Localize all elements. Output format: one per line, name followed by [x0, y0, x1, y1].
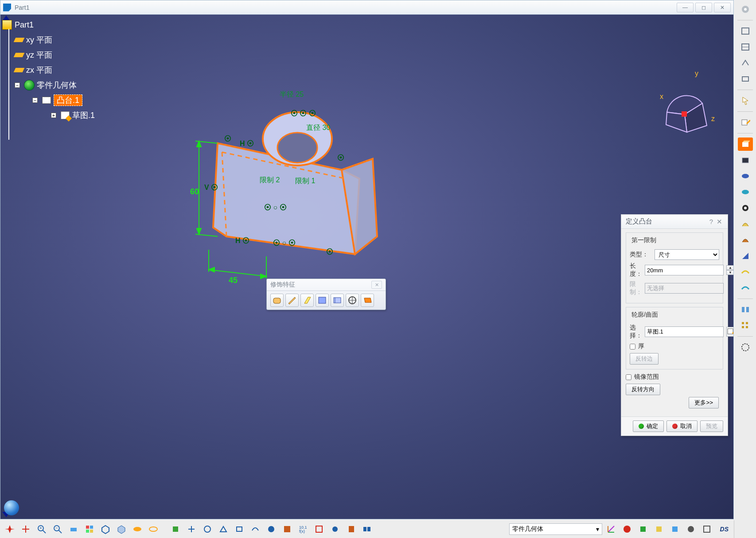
- tree-sketch[interactable]: + 草图.1: [51, 108, 95, 123]
- body-combo[interactable]: 零件几何体 ▾: [509, 523, 602, 535]
- pad-dialog: 定义凸台 ? ✕ 第一限制 类型： 尺寸 长度：: [621, 214, 728, 436]
- dialog-help-button[interactable]: ?: [707, 218, 715, 225]
- tree-expander-icon[interactable]: −: [32, 98, 38, 103]
- tree-plane-yz[interactable]: yz 平面: [15, 47, 95, 63]
- removeface-button[interactable]: [361, 294, 374, 307]
- close-button[interactable]: ✕: [714, 3, 731, 12]
- stiffener-tool-icon[interactable]: [738, 249, 753, 263]
- slot-tool-icon[interactable]: [738, 233, 753, 247]
- tool-icon[interactable]: [184, 522, 199, 536]
- minimize-button[interactable]: —: [677, 3, 694, 12]
- svg-marker-14: [261, 274, 266, 279]
- fit-all-icon[interactable]: [738, 341, 753, 354]
- tool-icon[interactable]: [264, 522, 278, 536]
- tree-pad[interactable]: − 凸台.1: [32, 93, 95, 108]
- tree-expander-icon[interactable]: +: [51, 113, 56, 118]
- tool-icon[interactable]: [652, 522, 666, 536]
- iso-view-icon[interactable]: [98, 522, 113, 536]
- dialog-close-button[interactable]: ✕: [715, 218, 723, 226]
- shell-button[interactable]: [316, 294, 329, 307]
- tree-partbody[interactable]: − 零件几何体: [15, 78, 95, 93]
- wb-icon-2[interactable]: [738, 40, 753, 54]
- fillet-button[interactable]: [270, 294, 284, 307]
- multi-sections-icon[interactable]: [738, 265, 753, 279]
- shading-icon[interactable]: [114, 522, 129, 536]
- svg-rect-27: [319, 297, 326, 303]
- settings-icon[interactable]: [738, 3, 753, 16]
- reverse-direction-button[interactable]: 反转方向: [626, 384, 660, 395]
- hide-show-icon[interactable]: [130, 522, 144, 536]
- tree-plane-zx[interactable]: zx 平面: [15, 63, 95, 78]
- pad-tool-icon[interactable]: [738, 137, 753, 151]
- tree-plane-xy[interactable]: xy 平面: [15, 32, 95, 47]
- sketch-edit-button[interactable]: [726, 327, 733, 337]
- multi-view-icon[interactable]: [82, 522, 97, 536]
- fly-icon[interactable]: [19, 522, 33, 536]
- tool-icon[interactable]: [248, 522, 262, 536]
- tool-icon[interactable]: 10.1f(x): [296, 522, 310, 536]
- tool-icon[interactable]: [668, 522, 682, 536]
- tree-root[interactable]: Part1: [2, 17, 95, 32]
- tool-icon[interactable]: [168, 522, 183, 536]
- wb-icon-4[interactable]: [738, 72, 753, 86]
- chamfer-button[interactable]: [285, 294, 299, 307]
- svg-rect-41: [742, 77, 748, 81]
- tool-icon[interactable]: [328, 522, 342, 536]
- zoom-in-icon[interactable]: +: [35, 522, 49, 536]
- svg-point-48: [742, 174, 749, 178]
- sketcher-icon[interactable]: [738, 116, 753, 129]
- tool-icon[interactable]: [312, 522, 326, 536]
- select-arrow-icon[interactable]: [738, 94, 753, 107]
- zoom-out-icon[interactable]: −: [51, 522, 65, 536]
- mirror-tool-icon[interactable]: [738, 303, 753, 316]
- tool-icon[interactable]: [280, 522, 294, 536]
- compass[interactable]: y x z: [645, 68, 720, 134]
- tool-icon[interactable]: [344, 522, 358, 536]
- toolbar-close-button[interactable]: ✕: [371, 281, 382, 289]
- tool-icon[interactable]: [360, 522, 374, 536]
- draft-button[interactable]: [300, 294, 314, 307]
- svg-text:f(x): f(x): [299, 529, 305, 534]
- tool-icon[interactable]: [620, 522, 634, 536]
- tool-icon[interactable]: [700, 522, 714, 536]
- axis-icon[interactable]: [604, 522, 618, 536]
- svg-rect-45: [742, 142, 748, 147]
- world-icon: [4, 500, 19, 515]
- shaft-tool-icon[interactable]: [738, 169, 753, 183]
- wb-icon-3[interactable]: [738, 56, 753, 70]
- type-select[interactable]: 尺寸: [655, 249, 719, 260]
- viewport-3d[interactable]: Part1 xy 平面 yz 平面 zx 平面 − 零件几何体: [0, 15, 733, 519]
- mirror-checkbox[interactable]: 镜像范围: [626, 373, 723, 381]
- thickness-button[interactable]: [331, 294, 344, 307]
- ok-button[interactable]: 确定: [633, 420, 664, 432]
- thick-checkbox[interactable]: 厚: [630, 342, 719, 350]
- tool-icon[interactable]: [216, 522, 230, 536]
- svg-rect-34: [728, 329, 733, 334]
- length-spinner[interactable]: ▲▼: [726, 265, 733, 275]
- thread-button[interactable]: [346, 294, 359, 307]
- profile-select-input[interactable]: [645, 326, 724, 337]
- tool-icon[interactable]: [684, 522, 698, 536]
- tool-icon[interactable]: [200, 522, 214, 536]
- maximize-button[interactable]: ◻: [695, 3, 712, 12]
- dim-45: 45: [229, 276, 238, 285]
- compass-toggle-icon[interactable]: [3, 522, 17, 536]
- svg-point-74: [133, 527, 141, 531]
- removed-multi-icon[interactable]: [738, 281, 753, 295]
- swap-icon[interactable]: [146, 522, 160, 536]
- length-input[interactable]: [645, 265, 724, 275]
- tool-icon[interactable]: [636, 522, 650, 536]
- hole-tool-icon[interactable]: [738, 201, 753, 215]
- profile-select-label: 选择：: [630, 324, 642, 340]
- cancel-button[interactable]: 取消: [666, 420, 698, 432]
- wb-icon-1[interactable]: [738, 24, 753, 38]
- rib-tool-icon[interactable]: [738, 217, 753, 231]
- tree-expander-icon[interactable]: −: [15, 82, 20, 88]
- dressup-toolbar[interactable]: 修饰特征 ✕: [266, 279, 386, 310]
- tool-icon[interactable]: [232, 522, 246, 536]
- pattern-tool-icon[interactable]: [738, 319, 753, 332]
- more-button[interactable]: 更多>>: [689, 397, 719, 408]
- normal-view-icon[interactable]: [66, 522, 81, 536]
- pocket-tool-icon[interactable]: [738, 153, 753, 167]
- groove-tool-icon[interactable]: [738, 185, 753, 199]
